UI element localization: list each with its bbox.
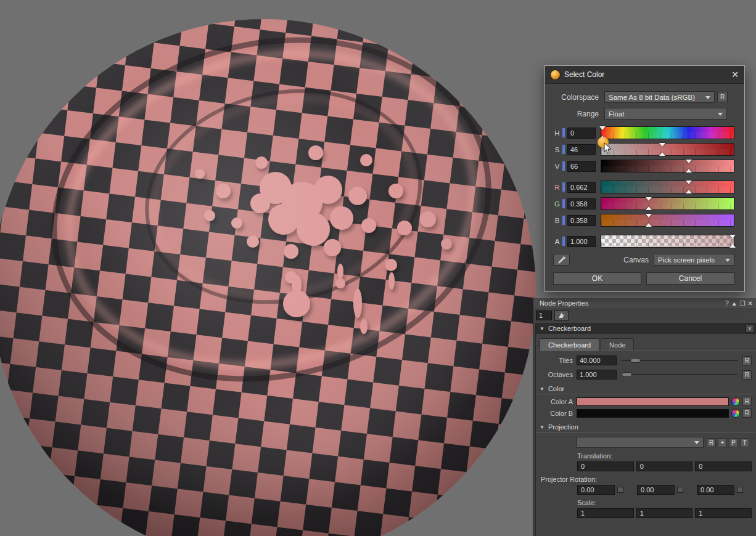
slider-marker[interactable] — [599, 136, 606, 139]
color-a-swatch[interactable] — [577, 397, 729, 406]
octaves-label: Octaves — [536, 371, 573, 378]
slider-marker[interactable] — [729, 235, 736, 238]
channel-mini-slider[interactable] — [562, 128, 565, 137]
slider-knob[interactable] — [630, 358, 641, 363]
saturation-gradient-slider[interactable] — [601, 143, 734, 156]
close-icon[interactable]: ✕ — [748, 300, 753, 307]
slider-marker[interactable] — [686, 169, 692, 173]
section-header-checkerboard[interactable]: ▼ Checkerboard x — [536, 323, 756, 334]
pin-selection-button[interactable] — [554, 311, 569, 321]
app-logo-icon — [551, 70, 560, 79]
dialog-titlebar[interactable]: Select Color ✕ — [545, 66, 744, 84]
add-button[interactable]: + — [718, 438, 727, 447]
reset-button[interactable]: R — [742, 370, 752, 380]
octaves-field[interactable]: 1.000 — [577, 370, 617, 380]
range-dropdown[interactable]: Float — [604, 108, 727, 120]
section-header-projection[interactable]: ▼ Projection — [536, 423, 755, 432]
s-value-field[interactable]: 46 — [567, 144, 596, 155]
float-panel-icon[interactable]: ❐ — [740, 300, 746, 307]
value-gradient-slider[interactable] — [601, 160, 734, 173]
slider-marker[interactable] — [599, 126, 606, 130]
color-picker-icon[interactable] — [731, 409, 740, 418]
tab-checkerboard[interactable]: Checkerboard — [540, 338, 599, 351]
red-gradient-slider[interactable] — [601, 181, 734, 193]
slider-marker[interactable] — [646, 214, 652, 217]
reset-button[interactable]: R — [707, 438, 716, 447]
translation-y-field[interactable]: 0 — [636, 461, 693, 471]
panel-header[interactable]: Node Properties ? ▲ ❐ ✕ — [533, 298, 756, 308]
close-icon[interactable]: ✕ — [731, 70, 739, 79]
cancel-button[interactable]: Cancel — [646, 272, 734, 285]
v-value-field[interactable]: 66 — [567, 161, 596, 172]
scale-x-field[interactable]: 1 — [577, 508, 634, 518]
rotation-link-button[interactable] — [617, 487, 623, 493]
colorspace-dropdown[interactable]: Same As 8 bit Data (sRGB) — [604, 91, 715, 103]
channel-mini-slider[interactable] — [562, 199, 565, 208]
h-value-field[interactable]: 0 — [567, 128, 596, 139]
scale-y-field[interactable]: 1 — [636, 508, 693, 518]
channel-mini-slider[interactable] — [562, 182, 565, 192]
r-value-field[interactable]: 0.662 — [567, 182, 596, 193]
slider-marker[interactable] — [659, 143, 665, 147]
blue-gradient-slider[interactable] — [601, 214, 734, 227]
texture-button[interactable]: T — [740, 438, 749, 447]
reset-button[interactable]: R — [742, 356, 752, 365]
tiles-field[interactable]: 40.000 — [577, 355, 617, 365]
hue-gradient-slider[interactable] — [601, 126, 734, 139]
green-gradient-slider[interactable] — [601, 197, 734, 210]
scale-fields: 1 1 1 — [577, 508, 752, 518]
color-b-label: Color B — [536, 410, 573, 417]
a-value-field[interactable]: 1.000 — [567, 236, 596, 247]
rotation-z-field[interactable]: 0.00 — [697, 485, 734, 495]
translation-z-field[interactable]: 0 — [695, 461, 752, 471]
slider-marker[interactable] — [646, 206, 652, 210]
slider-marker[interactable] — [686, 190, 692, 193]
octaves-slider[interactable] — [622, 370, 738, 380]
chevron-down-icon — [705, 96, 710, 102]
channel-mini-slider[interactable] — [562, 216, 565, 225]
eyedropper-button[interactable] — [553, 254, 570, 266]
collapse-icon[interactable]: ▲ — [731, 300, 738, 307]
reset-button[interactable]: R — [717, 92, 728, 102]
tab-node[interactable]: Node — [601, 338, 634, 351]
remove-node-button[interactable]: x — [746, 324, 754, 333]
g-value-field[interactable]: 0.358 — [567, 198, 596, 209]
slider-marker[interactable] — [686, 181, 692, 184]
channel-label-r: R — [553, 184, 561, 191]
channel-mini-slider[interactable] — [562, 145, 565, 154]
rotation-link-button[interactable] — [677, 487, 683, 493]
tiles-slider[interactable] — [622, 355, 738, 365]
eyedropper-icon — [557, 256, 566, 264]
canvas-dropdown[interactable]: Pick screen pixels — [654, 254, 734, 266]
reset-button[interactable]: R — [742, 408, 752, 418]
slider-marker[interactable] — [646, 223, 652, 227]
color-b-swatch[interactable] — [577, 409, 729, 418]
reset-button[interactable]: R — [742, 397, 752, 406]
rotation-label: Projector Rotation: — [536, 476, 756, 483]
slider-marker[interactable] — [729, 244, 736, 248]
projector-button[interactable]: P — [729, 438, 738, 447]
channel-mini-slider[interactable] — [562, 161, 565, 171]
dialog-body: Colorspace Same As 8 bit Data (sRGB) R R… — [545, 84, 744, 291]
help-icon[interactable]: ? — [725, 300, 729, 307]
textured-sphere — [0, 6, 538, 536]
projector-dropdown[interactable] — [577, 437, 704, 448]
rotation-x-field[interactable]: 0.00 — [577, 485, 615, 495]
rotation-y-field[interactable]: 0.00 — [637, 485, 675, 495]
channel-mini-slider[interactable] — [562, 237, 565, 246]
translation-x-field[interactable]: 0 — [577, 461, 634, 471]
selection-index-field[interactable]: 1 — [536, 311, 552, 320]
slider-marker[interactable] — [659, 152, 665, 156]
ok-button[interactable]: OK — [553, 272, 641, 285]
slider-marker[interactable] — [686, 160, 692, 163]
alpha-gradient-slider[interactable] — [601, 235, 734, 248]
color-picker-icon[interactable] — [731, 397, 740, 406]
section-header-color[interactable]: ▼ Color — [536, 385, 755, 394]
scale-z-field[interactable]: 1 — [695, 508, 752, 518]
collapse-triangle-icon: ▼ — [540, 326, 544, 331]
b-value-field[interactable]: 0.358 — [567, 215, 596, 226]
canvas-label: Canvas — [623, 256, 649, 264]
slider-knob[interactable] — [622, 372, 632, 377]
slider-marker[interactable] — [646, 197, 652, 201]
rotation-link-button[interactable] — [737, 487, 743, 493]
